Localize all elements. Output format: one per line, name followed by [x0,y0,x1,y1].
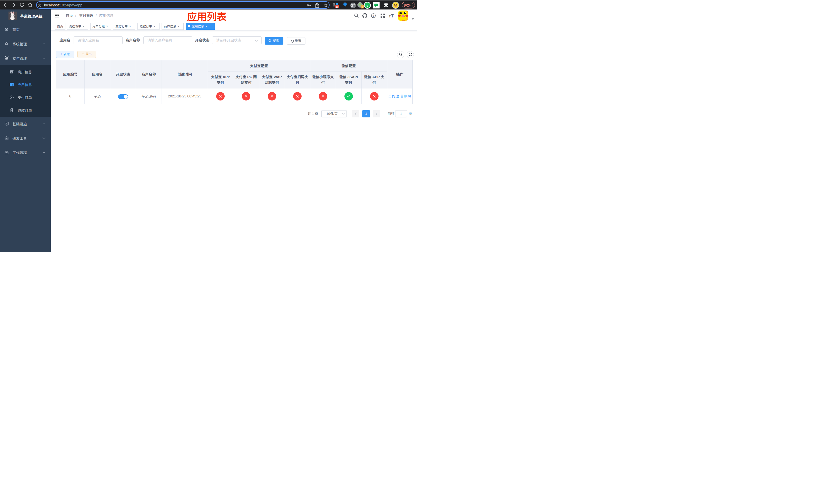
svg-text:10: 10 [336,5,339,8]
svg-text:1: 1 [361,5,363,8]
svg-text:T: T [389,15,391,18]
svg-text:T: T [391,14,394,18]
svg-text:y: y [366,3,369,7]
svg-text:?: ? [373,14,374,17]
